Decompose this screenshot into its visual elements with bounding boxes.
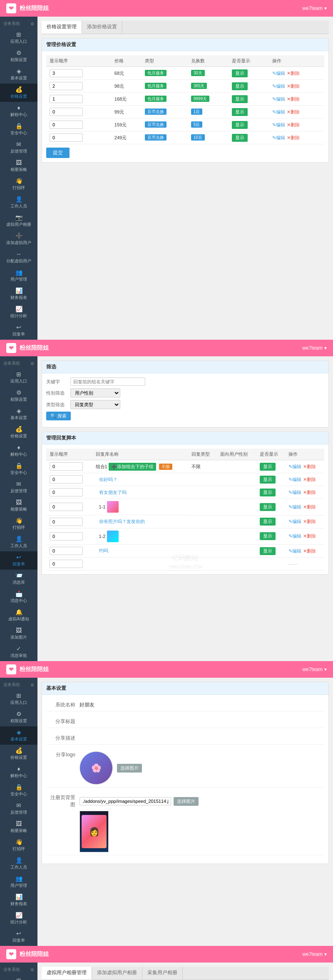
gear-icon-2[interactable]: ⚙ — [30, 361, 34, 366]
tab-price-add[interactable]: 添加价格设置 — [82, 21, 122, 34]
del-btn[interactable]: ✕删除 — [287, 122, 300, 128]
order-input-r[interactable] — [50, 518, 83, 526]
del-btn[interactable]: ✕删除 — [287, 70, 300, 77]
edit-btn[interactable]: ✎编辑 — [272, 135, 285, 141]
del-btn-r[interactable]: ✕删除 — [303, 533, 316, 539]
gear-icon-4[interactable]: ⚙ — [30, 968, 34, 972]
add-child-btn[interactable]: ➕添加组合下的子组 — [109, 463, 156, 471]
gear-icon-3[interactable]: ⚙ — [30, 683, 34, 687]
del-btn-r[interactable]: ✕删除 — [303, 489, 316, 496]
sidebar-item-price-2[interactable]: 💰 价格设置 — [0, 423, 37, 442]
edit-btn-r[interactable]: ✎编辑 — [288, 548, 301, 554]
show-btn-r[interactable]: 显示 — [260, 532, 276, 540]
edit-btn-r[interactable]: ✎编辑 — [288, 533, 301, 539]
sidebar-item-reply-3[interactable]: ↩ 回复率 — [0, 928, 37, 946]
show-btn[interactable]: 显示 — [232, 82, 248, 90]
sidebar-item-finance-1[interactable]: 📊 财务报表 — [0, 285, 37, 303]
del-btn[interactable]: ✕删除 — [287, 83, 300, 89]
show-btn[interactable]: 显示 — [232, 95, 248, 103]
del-btn[interactable]: ✕删除 — [287, 109, 300, 115]
sidebar-item-permissions-1[interactable]: ⚙ 权限设置 — [0, 47, 37, 65]
sidebar-item-perm-3[interactable]: ⚙ 权限设置 — [0, 708, 37, 726]
gender-select[interactable]: 用户性别 — [70, 388, 120, 397]
gear-icon[interactable]: ⚙ — [30, 22, 34, 26]
order-input[interactable] — [50, 69, 83, 77]
select-reg-bg-btn[interactable]: 选择图片 — [174, 797, 199, 806]
sidebar-item-app-4[interactable]: ⊞ 应用入口 — [0, 975, 37, 980]
edit-btn[interactable]: ✎编辑 — [272, 70, 285, 77]
sidebar-item-security-1[interactable]: 🔒 安全中心 — [0, 120, 37, 138]
reg-bg-input[interactable] — [80, 797, 171, 805]
sidebar-item-fans-3[interactable]: ♦ 解粉中心 — [0, 763, 37, 781]
sidebar-item-reply-1[interactable]: ↩ 回复率 — [0, 321, 37, 340]
sidebar-item-price-1[interactable]: 💰 价格设置 — [0, 84, 37, 102]
type-select[interactable]: 回复类型 — [70, 400, 120, 409]
sidebar-item-stats-3[interactable]: 📈 统计分析 — [0, 909, 37, 928]
order-input[interactable] — [50, 108, 83, 116]
select-logo-btn[interactable]: 选择图片 — [117, 764, 142, 773]
tab-price-manage[interactable]: 价格设置管理 — [42, 21, 82, 34]
del-btn-r[interactable]: ✕删除 — [303, 504, 316, 510]
sidebar-item-perm-2[interactable]: ⚙ 权限设置 — [0, 387, 37, 405]
sidebar-item-security-2[interactable]: 🔒 安全中心 — [0, 460, 37, 478]
sidebar-item-app-entry-3[interactable]: ⊞ 应用入口 — [0, 690, 37, 708]
order-input[interactable] — [50, 133, 83, 142]
order-input[interactable] — [50, 121, 83, 129]
show-btn-r[interactable]: 显示 — [260, 489, 276, 496]
sidebar-item-fans-2[interactable]: ♦ 解粉中心 — [0, 442, 37, 460]
tab-vuser-collect[interactable]: 采集用户相册 — [142, 967, 183, 980]
sidebar-item-album-2[interactable]: 🖼 相册策略 — [0, 496, 37, 515]
edit-btn-r[interactable]: ✎编辑 — [288, 518, 301, 525]
order-input-r[interactable] — [50, 462, 83, 471]
order-input[interactable] — [50, 95, 83, 103]
show-btn[interactable]: 显示 — [232, 108, 248, 116]
sidebar-item-add-vuser-1[interactable]: ➕ 添加虚拟用户 — [0, 230, 37, 248]
order-input-r[interactable] — [50, 488, 83, 496]
sidebar-item-staff-3[interactable]: 👤 工作人员 — [0, 854, 37, 873]
show-btn[interactable]: 显示 — [232, 69, 248, 77]
sidebar-item-staff-1[interactable]: 👤 工作人员 — [0, 193, 37, 212]
show-btn-r[interactable]: 显示 — [260, 518, 276, 526]
order-input-r[interactable] — [50, 560, 83, 568]
sidebar-item-users-3[interactable]: 👥 用户管理 — [0, 873, 37, 891]
submit-button-price[interactable]: 提交 — [46, 148, 70, 158]
sidebar-item-basic-3[interactable]: ◈ 基本设置 — [0, 726, 37, 745]
search-btn-reply[interactable]: 🔍 搜索 — [46, 412, 71, 420]
order-input-r[interactable] — [50, 475, 83, 484]
order-input-r[interactable] — [50, 532, 83, 541]
sidebar-item-vuser-album-1[interactable]: 📷 虚拟用户相册 — [0, 212, 37, 230]
sidebar-item-greet-3[interactable]: 👋 打招呼 — [0, 836, 37, 854]
sidebar-item-greet-2[interactable]: 👋 打招呼 — [0, 515, 37, 533]
show-btn-r[interactable]: 显示 — [260, 463, 276, 471]
edit-btn-r[interactable]: ✎编辑 — [288, 464, 301, 470]
sidebar-item-album-3[interactable]: 🖼 相册策略 — [0, 818, 37, 836]
sidebar-item-app-entry-2[interactable]: ⊞ 应用入口 — [0, 368, 37, 387]
show-btn-r[interactable]: 显示 — [260, 503, 276, 511]
edit-btn[interactable]: ✎编辑 — [272, 83, 285, 89]
edit-btn[interactable]: ✎编辑 — [272, 122, 285, 128]
del-btn-r[interactable]: ✕删除 — [303, 548, 316, 554]
tab-vuser-add[interactable]: 添加虚拟用户相册 — [92, 967, 142, 980]
sidebar-item-security-3[interactable]: 🔒 安全中心 — [0, 781, 37, 800]
sidebar-item-reply-rate-2[interactable]: ↩ 回复率 — [0, 551, 37, 570]
keyword-input[interactable] — [70, 378, 145, 386]
edit-btn[interactable]: ✎编辑 — [272, 109, 285, 115]
edit-btn[interactable]: ✎编辑 — [272, 96, 285, 102]
sidebar-item-basic-1[interactable]: ◈ 基本设置 — [0, 65, 37, 84]
sidebar-item-app-entry-1[interactable]: ⊞ 应用入口 — [0, 29, 37, 47]
del-btn[interactable]: ✕删除 — [287, 135, 300, 141]
sidebar-item-feedback-1[interactable]: ✉ 反馈管理 — [0, 138, 37, 157]
del-btn-r[interactable]: ✕删除 — [303, 518, 316, 525]
sidebar-item-basic-2[interactable]: ◈ 基本设置 — [0, 405, 37, 423]
sidebar-item-price-3[interactable]: 💰 价格设置 — [0, 745, 37, 763]
show-btn-r[interactable]: 显示 — [260, 547, 276, 555]
sidebar-item-approve-2[interactable]: ✓ 消息审批 — [0, 643, 37, 661]
show-btn-r[interactable]: 显示 — [260, 476, 276, 484]
sidebar-item-staff-2[interactable]: 👤 工作人员 — [0, 533, 37, 551]
sidebar-item-fans-1[interactable]: ♦ 解粉中心 — [0, 102, 37, 120]
edit-btn-r[interactable]: ✎编辑 — [288, 476, 301, 483]
order-input[interactable] — [50, 82, 83, 90]
order-input-r[interactable] — [50, 503, 83, 511]
sidebar-item-msglib-2[interactable]: 📨 消息库 — [0, 570, 37, 588]
sidebar-item-finance-3[interactable]: 📊 财务报表 — [0, 891, 37, 909]
